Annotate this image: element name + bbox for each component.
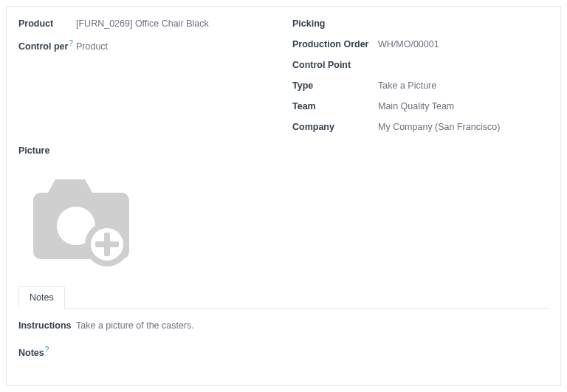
camera-add-icon (18, 163, 144, 274)
notes-field-label: Notes? (18, 345, 549, 358)
svg-rect-6 (95, 241, 119, 247)
team-value[interactable]: Main Quality Team (378, 101, 454, 111)
company-field: Company My Company (San Francisco) (292, 122, 549, 132)
company-value[interactable]: My Company (San Francisco) (378, 122, 500, 132)
right-column: Picking Production Order WH/MO/00001 Con… (292, 18, 549, 142)
product-field: Product [FURN_0269] Office Chair Black (18, 18, 275, 29)
instructions-label: Instructions (18, 320, 76, 331)
production-order-field: Production Order WH/MO/00001 (292, 39, 549, 49)
picking-label: Picking (292, 18, 378, 29)
type-value[interactable]: Take a Picture (378, 80, 436, 91)
form-top-columns: Product [FURN_0269] Office Chair Black C… (18, 18, 549, 142)
control-per-field: Control per? Product (18, 39, 275, 52)
control-point-field: Control Point (292, 60, 549, 70)
tab-notes-content: Instructions Take a picture of the caste… (18, 309, 549, 358)
control-point-label: Control Point (292, 60, 378, 70)
control-per-label: Control per? (18, 39, 76, 52)
product-value[interactable]: [FURN_0269] Office Chair Black (76, 18, 209, 29)
control-per-help-icon[interactable]: ? (69, 39, 73, 47)
picture-section-label: Picture (18, 145, 549, 156)
type-field: Type Take a Picture (292, 80, 549, 91)
control-per-label-text: Control per (18, 41, 68, 52)
control-per-value[interactable]: Product (76, 41, 108, 52)
instructions-field: Instructions Take a picture of the caste… (18, 320, 549, 331)
tab-notes[interactable]: Notes (18, 286, 65, 309)
tabs-bar: Notes (18, 286, 549, 309)
production-order-label: Production Order (292, 39, 378, 49)
picture-upload[interactable] (18, 163, 144, 274)
notes-help-icon[interactable]: ? (45, 345, 49, 354)
picking-field: Picking (292, 18, 549, 29)
quality-check-form: Product [FURN_0269] Office Chair Black C… (6, 6, 561, 386)
company-label: Company (292, 122, 378, 132)
type-label: Type (292, 80, 378, 91)
team-label: Team (292, 101, 378, 111)
product-label: Product (18, 18, 76, 29)
instructions-value: Take a picture of the casters. (76, 320, 194, 331)
production-order-value[interactable]: WH/MO/00001 (378, 39, 439, 49)
notes-label-text: Notes (18, 348, 44, 358)
left-column: Product [FURN_0269] Office Chair Black C… (18, 18, 275, 142)
team-field: Team Main Quality Team (292, 101, 549, 111)
